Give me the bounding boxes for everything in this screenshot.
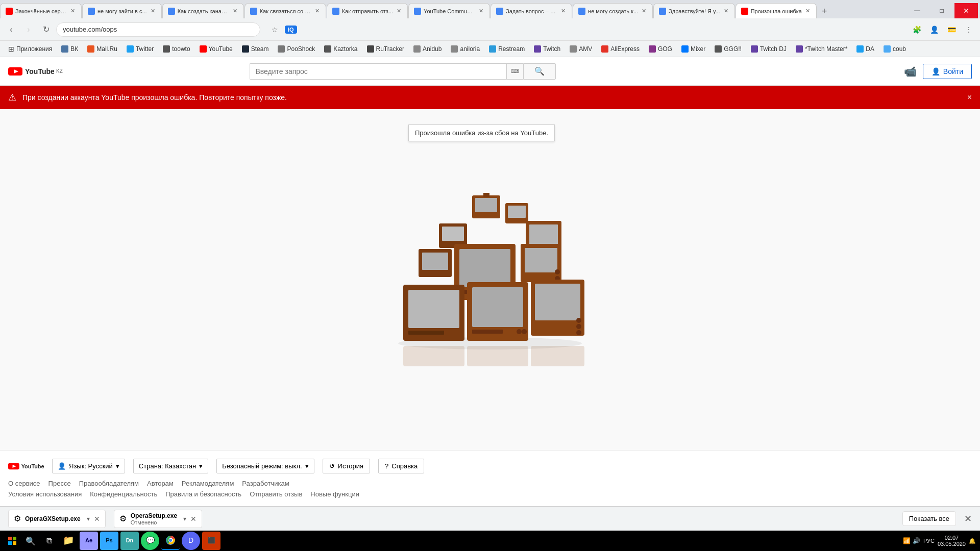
download-item-0-close-button[interactable]: ✕ xyxy=(94,515,100,523)
footer-link-terms[interactable]: Условия использования xyxy=(8,490,82,498)
tab-close-5[interactable]: ✕ xyxy=(478,7,484,15)
bookmark-apps[interactable]: ⊞ Приложения xyxy=(4,43,56,55)
bookmark-restream[interactable]: Restream xyxy=(485,44,529,54)
notification-icon[interactable]: 🔔 xyxy=(969,538,976,544)
taskbar-whatsapp[interactable]: 💬 xyxy=(141,532,159,550)
bookmark-twitch[interactable]: Twitch xyxy=(530,44,565,54)
footer-link-new-features[interactable]: Новые функции xyxy=(310,490,359,498)
search-input[interactable] xyxy=(250,63,506,80)
bookmark-kaztorka[interactable]: Kaztorka xyxy=(320,44,361,54)
tab-0[interactable]: Закончённые сери... ✕ xyxy=(0,3,82,18)
bookmark-da[interactable]: DA xyxy=(852,44,878,54)
bookmark-youtube[interactable]: YouTube xyxy=(195,44,237,54)
tab-close-9[interactable]: ✕ xyxy=(804,7,811,15)
youtube-logo[interactable]: YouTube KZ xyxy=(8,66,63,77)
help-icon: ? xyxy=(385,462,388,470)
bookmark-coub[interactable]: coub xyxy=(879,44,910,54)
footer-link-advertisers[interactable]: Рекламодателям xyxy=(182,480,234,487)
tab-close-4[interactable]: ✕ xyxy=(396,7,402,15)
taskbar-system-icons: 📶 🔊 xyxy=(903,537,920,544)
bookmark-aniloria[interactable]: aniloria xyxy=(447,44,484,54)
bookmark-star-icon[interactable]: ☆ xyxy=(267,22,282,37)
bookmark-pooshock[interactable]: PooShock xyxy=(274,44,319,54)
language-selector[interactable]: 👤 Язык: Русский ▾ xyxy=(52,459,125,473)
footer-link-feedback[interactable]: Отправить отзыв xyxy=(250,490,302,498)
taskbar-file-explorer[interactable]: 📁 xyxy=(59,532,78,550)
footer-link-privacy[interactable]: Конфиденциальность xyxy=(90,490,157,498)
taskbar-dimension[interactable]: Dn xyxy=(120,532,139,550)
taskbar-chrome[interactable] xyxy=(161,532,180,550)
footer-link-authors[interactable]: Авторам xyxy=(147,480,174,487)
show-all-downloads-button[interactable]: Показать все xyxy=(902,511,956,526)
bookmark-toowto[interactable]: toowto xyxy=(159,44,194,54)
tab-close-0[interactable]: ✕ xyxy=(69,7,76,15)
footer-link-copyright[interactable]: Правообладателям xyxy=(79,480,139,487)
help-button[interactable]: ? Справка xyxy=(378,459,424,473)
bookmark-steam[interactable]: Steam xyxy=(238,44,273,54)
profile-icon[interactable]: 👤 xyxy=(927,22,941,37)
history-button[interactable]: ↺ История xyxy=(323,459,370,473)
start-button[interactable] xyxy=(4,533,20,549)
tab-9[interactable]: Произошла ошибка ✕ xyxy=(736,3,817,18)
bookmark-amv[interactable]: AMV xyxy=(566,44,596,54)
forward-button[interactable]: › xyxy=(21,22,36,37)
search-taskbar-button[interactable]: 🔍 xyxy=(22,533,39,549)
tab-close-3[interactable]: ✕ xyxy=(314,7,321,15)
back-button[interactable]: ‹ xyxy=(4,22,18,37)
extensions-icon[interactable]: 🧩 xyxy=(910,22,924,37)
menu-icon[interactable]: ⋮ xyxy=(962,22,976,37)
twitch-favicon xyxy=(534,45,541,53)
bookmark-aliexpress[interactable]: AliExpress xyxy=(597,44,644,54)
bookmark-rutracker[interactable]: RuTracker xyxy=(363,44,409,54)
bookmark-gog[interactable]: GOG xyxy=(645,44,676,54)
taskbar-clock[interactable]: 02:07 03.05.2020 xyxy=(938,535,966,547)
taskbar-photoshop[interactable]: Ps xyxy=(100,532,118,550)
bookmark-twitter[interactable]: Twitter xyxy=(122,44,158,54)
tab-3[interactable]: Как связаться со с... ✕ xyxy=(244,3,326,18)
download-item-1-close-button[interactable]: ✕ xyxy=(190,515,197,523)
tab-6[interactable]: Задать вопрос – Yo... ✕ xyxy=(491,3,572,18)
tab-close-8[interactable]: ✕ xyxy=(723,7,729,15)
wallet-icon[interactable]: 💳 xyxy=(944,22,959,37)
bookmark-vk[interactable]: ВК xyxy=(57,44,82,54)
iq-button[interactable]: IQ xyxy=(285,26,297,34)
footer-link-rules[interactable]: Правила и безопасность xyxy=(165,490,241,498)
tab-1[interactable]: не могу зайти в с... ✕ xyxy=(82,3,162,18)
bookmark-twitchdj[interactable]: Twitch DJ xyxy=(747,44,791,54)
bookmark-mailru[interactable]: Mail.Ru xyxy=(83,44,121,54)
video-camera-icon[interactable]: 📹 xyxy=(904,65,917,78)
task-view-button[interactable]: ⧉ xyxy=(41,533,57,549)
taskbar-after-effects[interactable]: Ae xyxy=(80,532,98,550)
address-input[interactable]: youtube.com/oops xyxy=(56,22,260,37)
tab-close-1[interactable]: ✕ xyxy=(150,7,156,15)
tab-4[interactable]: Как отправить отз... ✕ xyxy=(327,3,408,18)
tab-2[interactable]: Как создать канал... ✕ xyxy=(162,3,244,18)
tab-close-7[interactable]: ✕ xyxy=(641,7,647,15)
tab-8[interactable]: Здравствуйте! Я у... ✕ xyxy=(653,3,735,18)
bookmark-anidub[interactable]: Anidub xyxy=(409,44,446,54)
reload-button[interactable]: ↻ xyxy=(39,22,53,37)
maximize-button[interactable]: □ xyxy=(930,3,953,18)
footer-link-developers[interactable]: Разработчикам xyxy=(242,480,289,487)
bookmark-ggg[interactable]: GGG!! xyxy=(710,44,746,54)
safe-mode-selector[interactable]: Безопасный режим: выкл. ▾ xyxy=(216,459,314,473)
minimize-button[interactable]: ─ xyxy=(905,3,929,18)
close-button[interactable]: ✕ xyxy=(954,3,978,18)
search-button[interactable]: 🔍 xyxy=(523,63,556,80)
tab-7[interactable]: не могу создать к... ✕ xyxy=(573,3,653,18)
download-item-1-name: OperaSetup.exe xyxy=(131,512,177,519)
bookmark-mixer[interactable]: Mixer xyxy=(677,44,709,54)
tab-5[interactable]: YouTube Communi... ✕ xyxy=(408,3,490,18)
country-selector[interactable]: Страна: Казахстан ▾ xyxy=(133,459,208,473)
footer-link-about[interactable]: О сервисе xyxy=(8,480,40,487)
bookmark-twitchmaster[interactable]: *Twitch Master* xyxy=(792,44,851,54)
tab-close-2[interactable]: ✕ xyxy=(232,7,238,15)
new-tab-button[interactable]: + xyxy=(817,4,831,18)
error-banner-close-button[interactable]: × xyxy=(967,93,972,102)
taskbar-discord[interactable]: D xyxy=(182,532,200,550)
close-download-bar-button[interactable]: ✕ xyxy=(964,513,972,524)
taskbar-app-extra[interactable]: ⬛ xyxy=(202,532,220,550)
footer-link-press[interactable]: Прессе xyxy=(48,480,71,487)
signin-button[interactable]: 👤 Войти xyxy=(923,64,972,79)
tab-close-6[interactable]: ✕ xyxy=(560,7,567,15)
